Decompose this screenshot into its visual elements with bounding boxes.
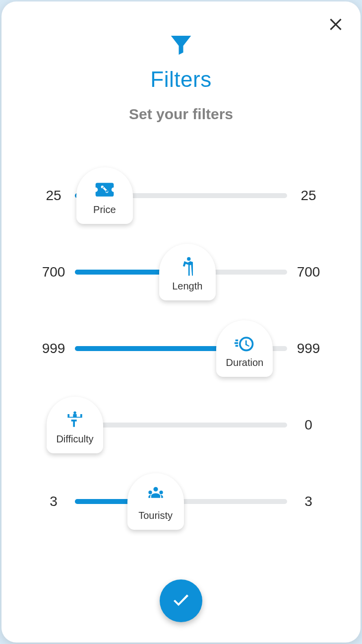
modal-subtitle: Set your filters (129, 106, 233, 123)
weights-icon (64, 409, 86, 430)
slider-label: Duration (226, 357, 264, 368)
slider-row-duration: 999 Duration 999 (32, 310, 330, 387)
slider-thumb-duration[interactable]: Duration (216, 320, 273, 377)
close-button[interactable] (325, 13, 347, 35)
slider-min-value: 25 (32, 188, 75, 204)
modal-title: Filters (150, 67, 211, 92)
close-icon (327, 14, 345, 34)
slider-thumb-touristy[interactable]: Touristy (127, 473, 184, 530)
slider-track-duration[interactable]: Duration (75, 346, 287, 351)
slider-min-value: 700 (32, 264, 75, 280)
slider-thumb-length[interactable]: Length (159, 244, 216, 300)
filters-modal: Filters Set your filters 25 Price 25 700 (1, 1, 361, 643)
hiker-icon (177, 256, 198, 278)
slider-max-value: 700 (287, 264, 330, 280)
slider-thumb-price[interactable]: Price (76, 167, 133, 224)
slider-max-value: 0 (287, 417, 330, 433)
check-icon (171, 590, 191, 612)
slider-row-price: 25 Price 25 (32, 157, 330, 234)
group-icon (145, 485, 167, 507)
slider-row-touristy: 3 Touristy 3 (32, 463, 330, 540)
slider-row-length: 700 Length 700 (32, 234, 330, 310)
confirm-button[interactable] (160, 579, 202, 622)
slider-track-bg (75, 423, 287, 428)
slider-min-value: 3 (32, 494, 75, 509)
slider-row-difficulty: 0 Difficulty 0 (32, 387, 330, 463)
slider-label: Length (172, 281, 202, 292)
ticket-icon (94, 179, 116, 201)
slider-thumb-difficulty[interactable]: Difficulty (47, 397, 103, 453)
slider-max-value: 25 (287, 188, 330, 204)
slider-track-difficulty[interactable]: Difficulty (75, 423, 287, 428)
slider-min-value: 999 (32, 341, 75, 357)
sliders-container: 25 Price 25 700 (1, 157, 361, 540)
slider-max-value: 999 (287, 341, 330, 357)
slider-track-price[interactable]: Price (75, 193, 287, 198)
funnel-icon (168, 31, 194, 58)
slider-label: Touristy (138, 510, 173, 521)
modal-header: Filters Set your filters (1, 1, 361, 123)
slider-label: Difficulty (56, 433, 93, 445)
slider-track-length[interactable]: Length (75, 270, 287, 275)
slider-label: Price (93, 204, 116, 215)
slider-max-value: 3 (287, 494, 330, 509)
slider-track-touristy[interactable]: Touristy (75, 499, 287, 504)
clock-icon (234, 332, 255, 354)
